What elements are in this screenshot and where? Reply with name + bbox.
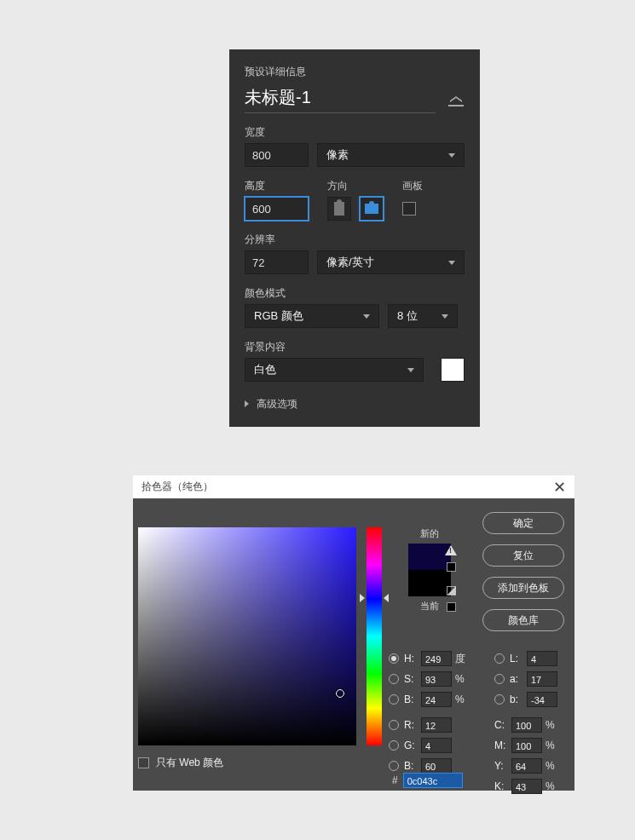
document-title-input[interactable]: 未标题-1	[245, 86, 436, 113]
resolution-label: 分辨率	[245, 233, 465, 247]
k-label: K:	[494, 780, 511, 792]
height-label: 高度	[245, 179, 309, 193]
disclosure-triangle-icon	[245, 400, 249, 407]
landscape-icon	[365, 204, 378, 214]
advanced-options-toggle[interactable]: 高级选项	[245, 397, 465, 411]
brgb-label: B:	[404, 760, 421, 772]
lab-a-radio[interactable]	[494, 674, 505, 684]
s-label: S:	[404, 673, 421, 685]
save-preset-icon[interactable]	[447, 95, 465, 108]
color-mode-label: 颜色模式	[245, 286, 465, 301]
s-unit: %	[455, 673, 472, 685]
orientation-label: 方向	[327, 179, 384, 193]
advanced-options-label: 高级选项	[257, 398, 297, 410]
lab-b-input[interactable]: -34	[527, 692, 557, 707]
m-unit: %	[546, 739, 563, 751]
r-label: R:	[404, 719, 421, 731]
lab-b-label: b:	[510, 693, 527, 705]
background-label: 背景内容	[245, 340, 465, 354]
color-mode-dropdown[interactable]: RGB 颜色	[245, 304, 379, 328]
saturation-value-area[interactable]	[138, 527, 356, 745]
hex-input[interactable]: 0c043c	[403, 773, 463, 788]
hue-pointer-right-icon	[384, 594, 389, 602]
artboard-checkbox[interactable]	[402, 202, 416, 216]
chevron-down-icon	[363, 314, 370, 319]
red-radio[interactable]	[389, 720, 399, 730]
a-label: a:	[510, 673, 527, 685]
chevron-down-icon	[407, 368, 414, 372]
add-to-swatches-button[interactable]: 添加到色板	[482, 577, 564, 599]
width-label: 宽度	[245, 125, 465, 140]
resolution-input[interactable]: 72	[245, 250, 309, 274]
gamut-warning-swatch[interactable]	[447, 562, 456, 572]
background-swatch[interactable]	[441, 358, 465, 382]
saturation-radio[interactable]	[389, 674, 399, 684]
sv-cursor-icon	[336, 689, 344, 698]
web-safe-swatch[interactable]	[447, 602, 456, 612]
web-only-checkbox[interactable]	[138, 757, 149, 768]
resolution-unit-value: 像素/英寸	[326, 255, 374, 270]
color-mode-value: RGB 颜色	[254, 308, 303, 324]
color-picker-title: 拾色器（纯色）	[141, 480, 213, 494]
cube-icon[interactable]: ◪	[446, 584, 457, 595]
bit-depth-dropdown[interactable]: 8 位	[388, 304, 458, 328]
k-unit: %	[546, 780, 563, 792]
green-radio[interactable]	[389, 740, 399, 751]
blue-radio[interactable]	[389, 761, 399, 771]
s-input[interactable]: 93	[421, 671, 452, 687]
brightness-radio[interactable]	[389, 694, 399, 705]
m-label: M:	[494, 739, 511, 751]
bhsb-label: B:	[404, 693, 421, 705]
close-button[interactable]: ✕	[553, 480, 566, 495]
hex-prefix: #	[392, 774, 398, 786]
preset-settings-panel: 预设详细信息 未标题-1 宽度 800 像素 高度 600 方向	[229, 49, 480, 427]
color-library-button[interactable]: 颜色库	[482, 609, 564, 631]
resolution-unit-dropdown[interactable]: 像素/英寸	[317, 250, 465, 274]
lab-l-radio[interactable]	[494, 653, 505, 664]
width-unit-value: 像素	[326, 147, 349, 163]
chevron-down-icon	[448, 153, 455, 158]
g-label: G:	[404, 739, 421, 751]
hue-pointer-left-icon	[360, 594, 365, 602]
c-input[interactable]: 100	[511, 717, 542, 733]
chevron-down-icon	[448, 261, 455, 265]
hue-slider[interactable]	[367, 527, 382, 745]
orientation-landscape-button[interactable]	[360, 197, 384, 221]
chevron-down-icon	[442, 314, 448, 319]
hue-radio[interactable]	[389, 653, 399, 664]
height-input[interactable]: 600	[245, 197, 309, 221]
r-input[interactable]: 12	[421, 717, 452, 733]
brgb-input[interactable]: 60	[421, 758, 452, 774]
lab-b-radio[interactable]	[494, 694, 505, 705]
c-unit: %	[546, 719, 563, 731]
preset-header: 预设详细信息	[245, 65, 465, 79]
portrait-icon	[334, 202, 344, 216]
y-label: Y:	[494, 760, 511, 772]
c-label: C:	[494, 719, 511, 731]
svg-rect-0	[448, 105, 464, 106]
width-unit-dropdown[interactable]: 像素	[317, 143, 465, 167]
bit-depth-value: 8 位	[397, 308, 418, 324]
k-input[interactable]: 43	[511, 779, 542, 794]
h-input[interactable]: 249	[421, 651, 452, 666]
y-unit: %	[546, 760, 563, 772]
l-label: L:	[510, 653, 527, 665]
g-input[interactable]: 4	[421, 738, 452, 753]
y-input[interactable]: 64	[511, 758, 542, 774]
bhsb-unit: %	[455, 693, 472, 705]
reset-button[interactable]: 复位	[482, 544, 564, 567]
m-input[interactable]: 100	[511, 738, 542, 753]
new-color-label: 新的	[395, 527, 464, 540]
a-input[interactable]: 17	[527, 671, 557, 687]
web-only-label: 只有 Web 颜色	[156, 756, 223, 770]
l-input[interactable]: 4	[527, 651, 557, 666]
background-value: 白色	[254, 362, 276, 377]
bhsb-input[interactable]: 24	[421, 692, 452, 707]
ok-button[interactable]: 确定	[482, 512, 564, 534]
color-picker-dialog: 拾色器（纯色） ✕ 新的 当前 ◪ 确定 复位 添加到色板 颜色库	[133, 475, 574, 791]
background-dropdown[interactable]: 白色	[245, 358, 424, 382]
orientation-portrait-button[interactable]	[327, 197, 351, 221]
gamut-warning-icon[interactable]	[445, 545, 457, 555]
artboard-label: 画板	[402, 179, 423, 193]
width-input[interactable]: 800	[245, 143, 309, 167]
